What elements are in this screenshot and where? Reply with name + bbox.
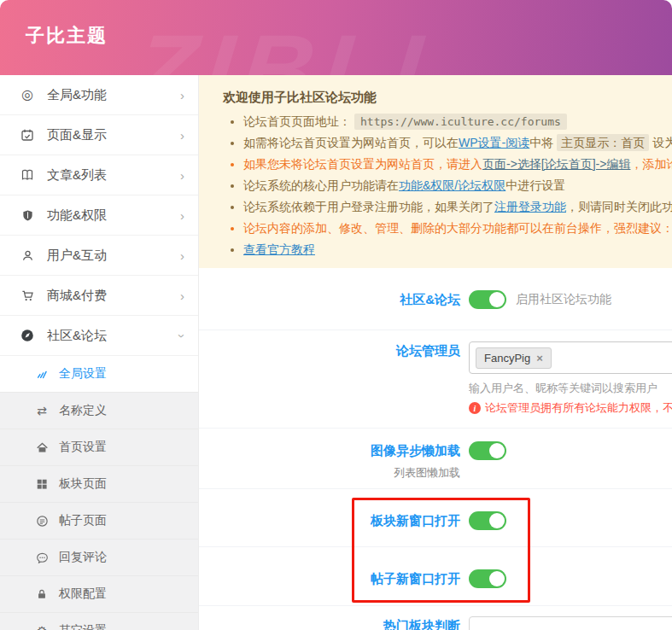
welcome-panel: 欢迎使用子比社区论坛功能 论坛首页页面地址：https://www.icultu… bbox=[199, 75, 672, 268]
submenu-item-post-page[interactable]: 帖子页面 bbox=[0, 503, 198, 540]
submenu-item-homepage-settings[interactable]: 首页设置 bbox=[0, 429, 198, 466]
post-new-window-toggle[interactable] bbox=[469, 569, 506, 588]
submenu-item-board-page[interactable]: 板块页面 bbox=[0, 466, 198, 503]
community-forum-toggle[interactable] bbox=[469, 290, 506, 309]
chevron-right-icon: › bbox=[180, 129, 184, 142]
bullet-edit-forum-page: 如果您未将论坛首页设置为网站首页，请进入页面->选择[论坛首页]->编辑，添加论… bbox=[243, 156, 672, 172]
form-row-board-new-window: 板块新窗口打开 bbox=[199, 489, 672, 547]
lazy-load-toggle[interactable] bbox=[469, 441, 506, 460]
cart-icon bbox=[19, 289, 36, 302]
forum-permission-link[interactable]: 功能&权限/论坛权限 bbox=[399, 178, 505, 192]
page-edit-link[interactable]: 页面->选择[论坛首页]->编辑 bbox=[482, 157, 630, 171]
grid-icon bbox=[34, 478, 50, 490]
bullet-tutorial: 查看官方教程 bbox=[243, 242, 672, 258]
forum-url-code: https://www.iculture.cc/forums bbox=[354, 114, 567, 130]
chevron-right-icon: › bbox=[180, 209, 184, 222]
lazy-load-label: 图像异步懒加载 bbox=[199, 441, 460, 460]
submenu-item-global-settings[interactable]: 全局设置 bbox=[0, 356, 198, 393]
gear-icon: ⚙ bbox=[34, 625, 50, 630]
theme-header: ZIBLL 子比主题 bbox=[0, 0, 672, 75]
signal-icon bbox=[34, 368, 50, 380]
hot-board-label: 热门板块判断 bbox=[199, 616, 469, 630]
home-icon bbox=[34, 441, 50, 454]
forum-admin-label: 论坛管理员 bbox=[199, 341, 469, 428]
target-icon: ◎ bbox=[19, 88, 36, 102]
official-tutorial-link[interactable]: 查看官方教程 bbox=[243, 242, 315, 256]
remove-tag-icon[interactable]: × bbox=[536, 353, 543, 364]
hot-board-input[interactable] bbox=[469, 616, 672, 630]
post-circle-icon bbox=[34, 515, 50, 528]
submenu-item-permission-config[interactable]: 权限配置 bbox=[0, 576, 198, 613]
settings-sidebar: ◎ 全局&功能 › 页面&显示 › 文章&列表 › 功能&权限 › bbox=[0, 75, 199, 630]
submenu-item-reply-comments[interactable]: 回复评论 bbox=[0, 540, 198, 576]
bullet-homepage-setting: 如需将论坛首页设置为网站首页，可以在WP设置-阅读中将主页显示：首页设为论坛首页 bbox=[243, 135, 672, 151]
bullet-frontend-manage: 论坛内容的添加、修改、管理、删除的大部分功能都可以在前台操作，强烈建议：如非必要… bbox=[243, 220, 672, 236]
chevron-down-icon: › bbox=[176, 334, 189, 338]
board-new-window-toggle[interactable] bbox=[469, 511, 506, 530]
sidebar-item-articles-lists[interactable]: 文章&列表 › bbox=[0, 155, 198, 195]
chevron-right-icon: › bbox=[180, 249, 184, 262]
register-login-link[interactable]: 注册登录功能 bbox=[494, 200, 566, 213]
form-row-lazy-load: 图像异步懒加载 列表图懒加载 bbox=[199, 429, 672, 489]
compass-icon bbox=[19, 329, 36, 342]
chevron-right-icon: › bbox=[180, 89, 184, 102]
user-icon bbox=[19, 249, 36, 262]
brand-watermark: ZIBLL bbox=[129, 12, 470, 75]
info-icon: i bbox=[469, 402, 481, 414]
form-row-community-forum: 社区&论坛 启用社区论坛功能 bbox=[199, 268, 672, 330]
bullet-core-permissions: 论坛系统的核心用户功能请在功能&权限/论坛权限中进行设置 bbox=[243, 178, 672, 194]
homepage-display-highlight: 主页显示：首页 bbox=[557, 134, 649, 151]
community-forum-label: 社区&论坛 bbox=[199, 290, 469, 330]
form-row-post-new-window: 帖子新窗口打开 bbox=[199, 547, 672, 606]
sidebar-item-shop-payment[interactable]: 商城&付费 › bbox=[0, 276, 198, 316]
board-new-window-label: 板块新窗口打开 bbox=[199, 511, 469, 546]
chevron-right-icon: › bbox=[180, 169, 184, 182]
settings-content: 欢迎使用子比社区论坛功能 论坛首页页面地址：https://www.icultu… bbox=[199, 75, 672, 630]
bullet-login-dependency: 论坛系统依赖于用户登录注册功能，如果关闭了注册登录功能，则请同时关闭此功能 bbox=[243, 199, 672, 215]
community-forum-toggle-desc: 启用社区论坛功能 bbox=[516, 292, 611, 307]
chevron-right-icon: › bbox=[180, 289, 184, 302]
book-icon bbox=[19, 168, 36, 182]
form-row-forum-admin: 论坛管理员 FancyPig × 输入用户名、昵称等关键词以搜索用户 i 论坛管… bbox=[199, 330, 672, 429]
submenu-item-name-definition[interactable]: ⇄ 名称定义 bbox=[0, 393, 198, 429]
sidebar-item-pages-display[interactable]: 页面&显示 › bbox=[0, 115, 198, 155]
comment-dots-icon bbox=[34, 551, 50, 564]
sidebar-item-users-interaction[interactable]: 用户&互动 › bbox=[0, 236, 198, 276]
sidebar-item-global-functions[interactable]: ◎ 全局&功能 › bbox=[0, 75, 198, 115]
forum-admin-tags-input[interactable]: FancyPig × bbox=[469, 341, 672, 374]
welcome-bullet-list: 论坛首页页面地址：https://www.iculture.cc/forums … bbox=[223, 114, 672, 258]
page-title: 子比主题 bbox=[26, 23, 108, 49]
repeat-icon: ⇄ bbox=[34, 405, 50, 417]
admin-tag-chip: FancyPig × bbox=[476, 347, 552, 369]
sidebar-item-community-forum[interactable]: 社区&论坛 › bbox=[0, 316, 198, 356]
post-new-window-label: 帖子新窗口打开 bbox=[199, 569, 469, 605]
forum-admin-warning: i 论坛管理员拥有所有论坛能力权限，不 bbox=[469, 400, 672, 416]
form-row-hot-board: 热门板块判断 bbox=[199, 606, 672, 630]
welcome-title: 欢迎使用子比社区论坛功能 bbox=[223, 90, 672, 106]
shield-icon bbox=[19, 209, 36, 222]
bullet-forum-url: 论坛首页页面地址：https://www.iculture.cc/forums bbox=[243, 114, 672, 130]
sidebar-item-functions-permissions[interactable]: 功能&权限 › bbox=[0, 195, 198, 236]
wp-settings-link[interactable]: WP设置-阅读 bbox=[459, 136, 529, 149]
lock-icon bbox=[34, 588, 50, 600]
lazy-load-sublabel: 列表图懒加载 bbox=[199, 464, 460, 482]
calendar-icon bbox=[19, 128, 36, 142]
forum-admin-helper: 输入用户名、昵称等关键词以搜索用户 bbox=[469, 381, 672, 396]
community-forum-submenu: 全局设置 ⇄ 名称定义 首页设置 板块页面 bbox=[0, 356, 198, 630]
submenu-item-other-settings[interactable]: ⚙ 其它设置 bbox=[0, 613, 198, 630]
